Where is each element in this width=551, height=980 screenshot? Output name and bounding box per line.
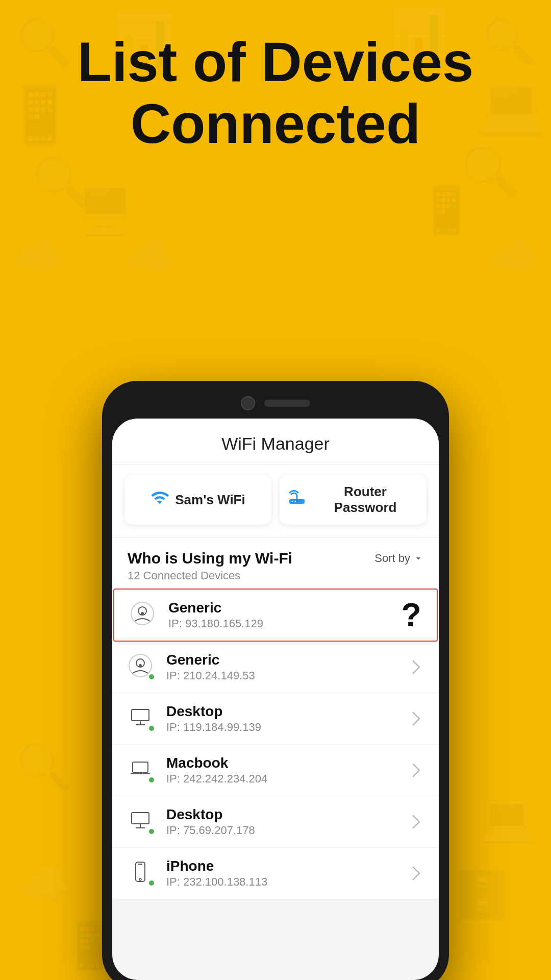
tab-container: Sam's WiFi Router Password (112, 464, 439, 537)
device-list: Generic IP: 93.180.165.129 ? (112, 589, 439, 899)
tab-wifi-label: Sam's WiFi (175, 492, 245, 508)
phone-screen: WiFi Manager Sam's WiFi (112, 419, 439, 980)
device-name-3: Macbook (166, 755, 393, 771)
device-icon-macbook-3 (128, 756, 156, 785)
device-icon-generic-0 (130, 601, 158, 629)
svg-point-9 (139, 664, 142, 667)
device-ip-5: IP: 232.100.138.113 (166, 875, 393, 889)
section-title: Who is Using my Wi-Fi (128, 550, 292, 567)
status-dot-5 (148, 879, 155, 887)
status-dot-3 (148, 776, 155, 783)
device-icon-generic-1 (128, 653, 156, 681)
phone-speaker (264, 400, 310, 407)
device-name-2: Desktop (166, 703, 393, 720)
app-header: WiFi Manager (112, 419, 439, 464)
svg-rect-10 (132, 709, 149, 721)
device-info-5: iPhone IP: 232.100.138.113 (166, 858, 393, 889)
device-name-5: iPhone (166, 858, 393, 874)
device-item-1[interactable]: Generic IP: 210.24.149.53 (112, 642, 439, 693)
chevron-right-icon-1 (406, 660, 420, 674)
device-ip-4: IP: 75.69.207.178 (166, 824, 393, 837)
device-item-0[interactable]: Generic IP: 93.180.165.129 ? (113, 589, 438, 642)
section-header: Who is Using my Wi-Fi 12 Connected Devic… (112, 537, 439, 587)
device-ip-2: IP: 119.184.99.139 (166, 721, 393, 734)
svg-rect-15 (132, 813, 149, 824)
status-dot-2 (148, 725, 155, 732)
device-action-1[interactable] (403, 657, 423, 677)
sort-button[interactable]: Sort by (374, 552, 423, 565)
svg-point-2 (295, 501, 296, 502)
status-dot-1 (148, 673, 155, 680)
svg-rect-13 (133, 762, 148, 772)
device-info-3: Macbook IP: 242.242.234.204 (166, 755, 393, 786)
device-item-3[interactable]: Macbook IP: 242.242.234.204 (112, 745, 439, 796)
device-action-2[interactable] (403, 708, 423, 729)
device-item-5[interactable]: iPhone IP: 232.100.138.113 (112, 848, 439, 899)
device-info-2: Desktop IP: 119.184.99.139 (166, 703, 393, 734)
device-info-1: Generic IP: 210.24.149.53 (166, 652, 393, 682)
device-action-5[interactable] (403, 863, 423, 884)
device-item-4[interactable]: Desktop IP: 75.69.207.178 (112, 796, 439, 848)
tab-router[interactable]: Router Password (280, 475, 427, 525)
device-info-0: Generic IP: 93.180.165.129 (168, 600, 391, 630)
section-subtitle: 12 Connected Devices (128, 569, 292, 582)
device-ip-1: IP: 210.24.149.53 (166, 669, 393, 682)
phone-camera (241, 396, 255, 410)
chevron-down-icon (413, 553, 423, 564)
device-name-0: Generic (168, 600, 391, 616)
device-ip-0: IP: 93.180.165.129 (168, 617, 391, 630)
device-ip-3: IP: 242.242.234.204 (166, 772, 393, 786)
device-action-0: ? (401, 605, 421, 625)
device-icon-desktop-2 (128, 704, 156, 733)
app-title: WiFi Manager (128, 434, 423, 454)
chevron-right-icon-2 (406, 712, 420, 726)
wifi-icon (151, 488, 169, 511)
device-item-2[interactable]: Desktop IP: 119.184.99.139 (112, 693, 439, 745)
svg-point-1 (292, 501, 293, 502)
device-action-4[interactable] (403, 812, 423, 832)
device-name-1: Generic (166, 652, 393, 668)
device-action-3[interactable] (403, 760, 423, 780)
sort-label: Sort by (374, 552, 410, 565)
device-icon-desktop-4 (128, 807, 156, 836)
device-name-4: Desktop (166, 806, 393, 823)
tab-router-label: Router Password (312, 484, 418, 516)
device-icon-iphone-5 (128, 859, 156, 888)
hero-title: List of Devices Connected (0, 31, 551, 154)
svg-point-6 (141, 612, 144, 615)
chevron-right-icon-4 (406, 815, 420, 829)
chevron-right-icon-3 (406, 763, 420, 777)
question-mark-icon: ? (401, 596, 421, 634)
tab-wifi[interactable]: Sam's WiFi (124, 475, 271, 525)
phone-mockup: WiFi Manager Sam's WiFi (102, 381, 449, 980)
device-info-4: Desktop IP: 75.69.207.178 (166, 806, 393, 837)
router-icon (288, 488, 306, 511)
chevron-right-icon-5 (406, 866, 420, 880)
status-dot-4 (148, 828, 155, 835)
